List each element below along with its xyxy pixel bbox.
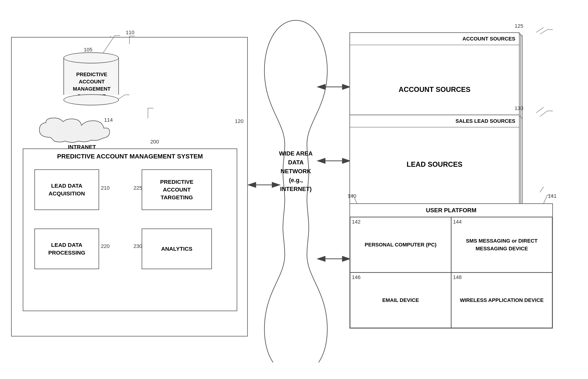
database-container: PREDICTIVE ACCOUNT MANAGEMENT DATABASE — [41, 52, 141, 105]
analytics-box: ANALYTICS — [142, 229, 212, 269]
wan-container: WIDE AREA DATA NETWORK (e.g., INTERNET) … — [250, 15, 342, 362]
db-ellipse-bottom — [64, 94, 119, 105]
ref-148: 148 — [453, 274, 462, 280]
svg-line-15 — [540, 187, 544, 192]
analytics-label: ANALYTICS — [161, 245, 192, 253]
user-platform-container: 140 141 USER PLATFORM 142 PERSONAL COMPU… — [350, 203, 553, 329]
ref-125: 125 — [515, 23, 523, 29]
ref-210: 210 — [101, 185, 110, 191]
svg-line-26 — [540, 111, 547, 116]
ref-142: 142 — [352, 219, 361, 225]
db-cylinder: PREDICTIVE ACCOUNT MANAGEMENT DATABASE — [64, 52, 119, 105]
ref-105: 105 — [84, 47, 93, 53]
user-platform-grid: 142 PERSONAL COMPUTER (PC) 144 SMS MESSA… — [350, 217, 552, 328]
email-device-cell: 146 EMAIL DEVICE — [350, 272, 451, 328]
wireless-device-label: WIRELESS APPLICATION DEVICE — [460, 296, 544, 304]
intranet-container: INTRANET — [36, 117, 128, 150]
wireless-device-cell: 148 WIRELESS APPLICATION DEVICE — [451, 272, 552, 328]
ref-140: 140 — [348, 193, 356, 199]
sales-lead-title: SALES LEAD SOURCES — [350, 115, 519, 127]
svg-line-24 — [540, 30, 547, 34]
ref-144: 144 — [453, 219, 462, 225]
inner-system-box: PREDICTIVE ACCOUNT MANAGEMENT SYSTEM LEA… — [23, 148, 237, 311]
inner-box-title: PREDICTIVE ACCOUNT MANAGEMENT SYSTEM — [23, 153, 237, 160]
sms-messaging-label: SMS MESSAGING or DIRECT MESSAGING DEVICE — [457, 237, 546, 253]
personal-computer-cell: 142 PERSONAL COMPUTER (PC) — [350, 217, 451, 272]
lead-sources-content: LEAD SOURCES — [350, 127, 519, 201]
lead-processing-label: LEAD DATA PROCESSING — [48, 241, 85, 257]
ref-110: 110 — [126, 30, 134, 35]
db-ellipse-top — [64, 52, 119, 63]
db-body: PREDICTIVE ACCOUNT MANAGEMENT DATABASE — [64, 58, 119, 95]
svg-line-30 — [544, 195, 547, 203]
ref-141: 141 — [548, 193, 556, 199]
svg-line-12 — [536, 27, 544, 32]
ref-146: 146 — [352, 274, 361, 280]
ref-225: 225 — [133, 185, 142, 191]
ref-120: 120 — [235, 118, 243, 124]
lead-processing-box: LEAD DATA PROCESSING — [34, 229, 99, 269]
ref-230: 230 — [133, 243, 142, 249]
sms-messaging-cell: 144 SMS MESSAGING or DIRECT MESSAGING DE… — [451, 217, 552, 272]
email-device-label: EMAIL DEVICE — [382, 296, 419, 304]
lead-acquisition-box: LEAD DATA ACQUISITION — [34, 169, 99, 210]
sales-lead-main: SALES LEAD SOURCES LEAD SOURCES — [350, 115, 520, 207]
ref-220: 220 — [101, 243, 110, 249]
ref-130: 130 — [515, 105, 523, 111]
predictive-targeting-box: PREDICTIVE ACCOUNT TARGETING — [142, 169, 212, 210]
main-box: 105 PREDICTIVE ACCOUNT MANAGEMENT DATABA… — [11, 37, 248, 336]
lead-acquisition-label: LEAD DATA ACQUISITION — [49, 182, 85, 197]
sales-lead-container: 130 SALES LEAD SOURCES LEAD SOURCES — [350, 115, 520, 207]
account-sources-title: ACCOUNT SOURCES — [350, 33, 519, 45]
personal-computer-label: PERSONAL COMPUTER (PC) — [365, 241, 436, 249]
predictive-targeting-label: PREDICTIVE ACCOUNT TARGETING — [160, 178, 193, 201]
user-platform-title: USER PLATFORM — [350, 204, 552, 217]
wan-label: WIDE AREA DATA NETWORK (e.g., INTERNET) — [270, 149, 322, 193]
user-platform-box: USER PLATFORM 142 PERSONAL COMPUTER (PC)… — [350, 203, 553, 329]
ref-200: 200 — [150, 139, 159, 145]
svg-line-13 — [536, 107, 544, 113]
